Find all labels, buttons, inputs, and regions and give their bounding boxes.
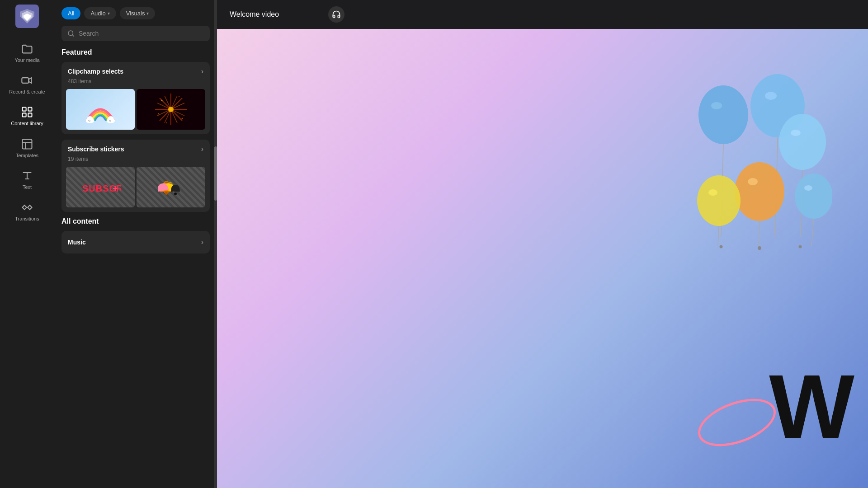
featured-section-title: Featured	[61, 48, 210, 56]
panel-scroll-area[interactable]: Featured Clipchamp selects › 483 items	[54, 47, 217, 488]
subscribe-text-svg: SUBSCRIBE +	[80, 177, 121, 197]
subscribe-stickers-card[interactable]: Subscribe stickers › 19 items SUBSCRIBE …	[61, 140, 210, 212]
sidebar-item-label-your-media: Your media	[14, 57, 39, 63]
panel-scrollbar-thumb	[214, 146, 217, 201]
svg-point-30	[179, 96, 179, 97]
preview-canvas: W	[217, 29, 868, 488]
svg-point-38	[174, 192, 177, 195]
transitions-icon	[21, 201, 33, 214]
content-library-icon	[21, 106, 33, 118]
content-panel: All Audio ▾ Visuals ▾ Featured Clipchamp…	[54, 0, 217, 488]
svg-point-33	[166, 122, 167, 123]
svg-rect-3	[28, 108, 32, 111]
svg-point-39	[698, 85, 748, 144]
rainbow-svg	[85, 96, 116, 123]
preview-topbar	[217, 0, 868, 29]
preview-area: W	[217, 0, 868, 488]
balloon-group	[687, 56, 832, 282]
music-chevron-icon: ›	[201, 238, 203, 246]
sidebar-item-label-text: Text	[23, 184, 32, 190]
clipchamp-selects-card[interactable]: Clipchamp selects › 483 items	[61, 62, 210, 134]
sidebar-item-label-record: Record & create	[9, 89, 45, 95]
folder-icon	[21, 42, 33, 55]
headphones-button[interactable]	[328, 6, 344, 23]
svg-rect-5	[28, 113, 32, 117]
preview-video: W	[217, 29, 868, 488]
svg-point-51	[697, 175, 741, 226]
starburst-svg	[153, 91, 189, 127]
clipchamp-selects-thumb-1	[66, 89, 135, 130]
record-icon	[21, 74, 33, 87]
svg-point-40	[711, 102, 722, 109]
sidebar-item-content-library[interactable]: Content library	[0, 100, 54, 132]
svg-point-55	[804, 185, 812, 191]
sidebar-item-label-transitions: Transitions	[15, 216, 39, 222]
svg-text:+: +	[113, 183, 118, 193]
headphones-icon	[332, 10, 341, 19]
app-logo[interactable]	[15, 5, 39, 28]
panel-scrollbar[interactable]	[214, 0, 217, 488]
sidebar-item-transitions[interactable]: Transitions	[0, 196, 54, 227]
subscribe-sticker-thumb-2	[137, 167, 205, 207]
bells-svg	[153, 171, 189, 203]
filter-bar: All Audio ▾ Visuals ▾	[54, 0, 217, 24]
subscribe-sticker-thumb-1: SUBSCRIBE +	[66, 167, 135, 207]
sidebar-item-templates[interactable]: Templates	[0, 132, 54, 164]
svg-rect-2	[23, 108, 26, 111]
svg-point-49	[748, 178, 758, 185]
music-card-title: Music	[68, 239, 86, 246]
clipchamp-selects-title: Clipchamp selects	[68, 68, 123, 75]
svg-point-46	[791, 130, 801, 136]
search-input[interactable]	[79, 30, 204, 37]
sidebar-item-label-content-library: Content library	[11, 121, 43, 127]
svg-point-57	[758, 246, 761, 250]
sidebar-item-your-media[interactable]: Your media	[0, 37, 54, 69]
svg-point-28	[168, 107, 174, 112]
svg-rect-6	[23, 139, 32, 149]
filter-visuals-label: Visuals	[126, 10, 145, 17]
search-bar	[61, 26, 210, 41]
clipchamp-selects-subtitle: 483 items	[61, 78, 210, 89]
text-icon	[21, 169, 33, 182]
project-title-input[interactable]	[226, 9, 324, 20]
svg-point-32	[182, 118, 183, 119]
big-w-letter: W	[769, 361, 854, 452]
svg-point-54	[795, 174, 832, 219]
svg-line-56	[811, 219, 814, 246]
svg-point-17	[90, 120, 90, 121]
svg-point-29	[161, 100, 163, 101]
clipchamp-selects-header: Clipchamp selects ›	[61, 62, 210, 78]
svg-point-52	[708, 189, 717, 196]
filter-visuals-button[interactable]: Visuals ▾	[120, 7, 156, 19]
svg-point-18	[109, 120, 110, 121]
pink-circle-decoration	[692, 389, 782, 455]
svg-point-19	[110, 120, 111, 121]
svg-point-37	[165, 192, 168, 195]
subscribe-stickers-chevron-icon: ›	[201, 145, 203, 153]
svg-point-48	[735, 162, 784, 221]
all-content-section-title: All content	[61, 217, 210, 225]
svg-rect-1	[22, 78, 28, 83]
svg-point-45	[779, 114, 826, 170]
audio-chevron-icon: ▾	[108, 11, 110, 16]
balloons-svg	[687, 56, 832, 282]
svg-line-53	[718, 226, 719, 246]
music-card[interactable]: Music ›	[61, 231, 210, 253]
sidebar-item-text[interactable]: Text	[0, 164, 54, 196]
clipchamp-selects-chevron-icon: ›	[201, 67, 203, 75]
svg-point-43	[765, 92, 777, 100]
subscribe-stickers-thumbnails: SUBSCRIBE +	[61, 167, 210, 212]
visuals-chevron-icon: ▾	[146, 11, 149, 16]
search-icon	[67, 29, 75, 38]
svg-point-59	[799, 245, 802, 249]
clipchamp-selects-thumbnails	[61, 89, 210, 134]
sidebar-item-label-templates: Templates	[16, 153, 38, 159]
filter-audio-button[interactable]: Audio ▾	[84, 7, 116, 19]
subscribe-stickers-title: Subscribe stickers	[68, 145, 124, 153]
sidebar: Your media Record & create Content libra…	[0, 0, 54, 488]
subscribe-stickers-subtitle: 19 items	[61, 156, 210, 167]
sidebar-item-record-create[interactable]: Record & create	[0, 69, 54, 100]
svg-rect-4	[23, 113, 26, 117]
filter-all-button[interactable]: All	[61, 7, 80, 19]
svg-point-7	[68, 31, 73, 36]
